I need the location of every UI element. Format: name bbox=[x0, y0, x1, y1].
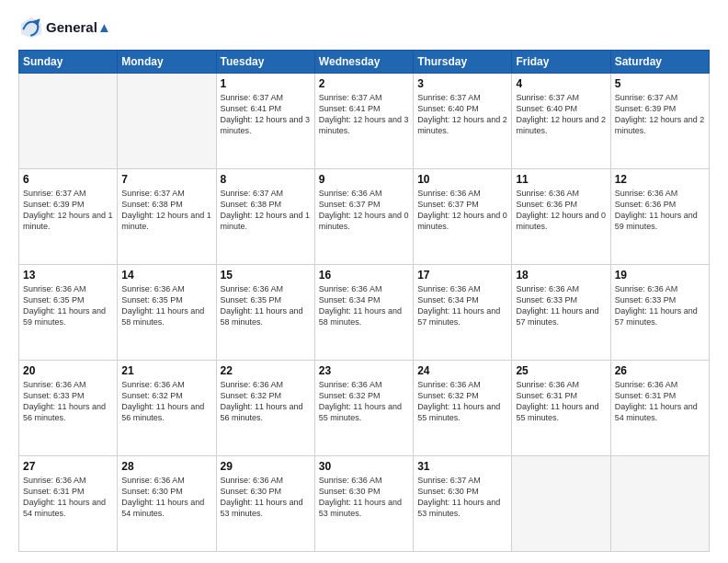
calendar-week-row: 27 Sunrise: 6:36 AM Sunset: 6:31 PM Dayl… bbox=[19, 456, 710, 552]
day-number: 21 bbox=[121, 364, 211, 377]
day-number: 3 bbox=[417, 77, 507, 90]
calendar-cell: 22 Sunrise: 6:36 AM Sunset: 6:32 PM Dayl… bbox=[216, 361, 314, 456]
cell-info: Sunrise: 6:36 AM Sunset: 6:32 PM Dayligh… bbox=[221, 379, 311, 424]
day-number: 18 bbox=[516, 269, 606, 282]
calendar-day-header: Saturday bbox=[610, 51, 709, 74]
calendar-cell: 28 Sunrise: 6:36 AM Sunset: 6:30 PM Dayl… bbox=[118, 456, 216, 552]
cell-info: Sunrise: 6:36 AM Sunset: 6:32 PM Dayligh… bbox=[121, 379, 211, 424]
calendar-cell bbox=[512, 456, 610, 552]
calendar-cell: 3 Sunrise: 6:37 AM Sunset: 6:40 PM Dayli… bbox=[414, 74, 512, 169]
cell-info: Sunrise: 6:36 AM Sunset: 6:37 PM Dayligh… bbox=[417, 188, 507, 233]
calendar-cell bbox=[610, 456, 709, 552]
calendar-day-header: Wednesday bbox=[314, 51, 413, 74]
calendar-cell: 4 Sunrise: 6:37 AM Sunset: 6:40 PM Dayli… bbox=[512, 74, 610, 169]
calendar-day-header: Monday bbox=[118, 51, 216, 74]
cell-info: Sunrise: 6:36 AM Sunset: 6:35 PM Dayligh… bbox=[23, 283, 113, 328]
calendar-cell: 2 Sunrise: 6:37 AM Sunset: 6:41 PM Dayli… bbox=[314, 74, 413, 169]
day-number: 22 bbox=[221, 364, 311, 377]
cell-info: Sunrise: 6:36 AM Sunset: 6:33 PM Dayligh… bbox=[23, 379, 113, 424]
day-number: 29 bbox=[221, 460, 311, 473]
cell-info: Sunrise: 6:36 AM Sunset: 6:35 PM Dayligh… bbox=[121, 283, 211, 328]
cell-info: Sunrise: 6:37 AM Sunset: 6:38 PM Dayligh… bbox=[221, 188, 311, 233]
day-number: 23 bbox=[319, 364, 409, 377]
calendar-cell bbox=[118, 74, 216, 169]
cell-info: Sunrise: 6:36 AM Sunset: 6:34 PM Dayligh… bbox=[319, 283, 409, 328]
calendar-cell: 8 Sunrise: 6:37 AM Sunset: 6:38 PM Dayli… bbox=[216, 169, 314, 265]
day-number: 2 bbox=[319, 77, 409, 90]
cell-info: Sunrise: 6:36 AM Sunset: 6:31 PM Dayligh… bbox=[23, 475, 113, 520]
calendar-cell: 7 Sunrise: 6:37 AM Sunset: 6:38 PM Dayli… bbox=[118, 169, 216, 265]
cell-info: Sunrise: 6:36 AM Sunset: 6:31 PM Dayligh… bbox=[516, 379, 606, 424]
calendar-week-row: 6 Sunrise: 6:37 AM Sunset: 6:39 PM Dayli… bbox=[19, 169, 710, 265]
calendar-cell: 1 Sunrise: 6:37 AM Sunset: 6:41 PM Dayli… bbox=[216, 74, 314, 169]
calendar-cell: 10 Sunrise: 6:36 AM Sunset: 6:37 PM Dayl… bbox=[414, 169, 512, 265]
cell-info: Sunrise: 6:37 AM Sunset: 6:30 PM Dayligh… bbox=[417, 475, 507, 520]
calendar-cell: 11 Sunrise: 6:36 AM Sunset: 6:36 PM Dayl… bbox=[512, 169, 610, 265]
day-number: 14 bbox=[121, 269, 211, 282]
cell-info: Sunrise: 6:37 AM Sunset: 6:41 PM Dayligh… bbox=[221, 92, 311, 137]
calendar-cell: 17 Sunrise: 6:36 AM Sunset: 6:34 PM Dayl… bbox=[414, 265, 512, 361]
cell-info: Sunrise: 6:37 AM Sunset: 6:40 PM Dayligh… bbox=[516, 92, 606, 137]
cell-info: Sunrise: 6:36 AM Sunset: 6:34 PM Dayligh… bbox=[417, 283, 507, 328]
cell-info: Sunrise: 6:37 AM Sunset: 6:39 PM Dayligh… bbox=[615, 92, 705, 137]
calendar-cell: 20 Sunrise: 6:36 AM Sunset: 6:33 PM Dayl… bbox=[19, 361, 118, 456]
calendar-table: SundayMondayTuesdayWednesdayThursdayFrid… bbox=[18, 50, 710, 552]
calendar-cell: 21 Sunrise: 6:36 AM Sunset: 6:32 PM Dayl… bbox=[118, 361, 216, 456]
day-number: 1 bbox=[221, 77, 311, 90]
day-number: 6 bbox=[23, 173, 113, 186]
calendar-cell: 18 Sunrise: 6:36 AM Sunset: 6:33 PM Dayl… bbox=[512, 265, 610, 361]
cell-info: Sunrise: 6:36 AM Sunset: 6:36 PM Dayligh… bbox=[516, 188, 606, 233]
day-number: 26 bbox=[615, 364, 705, 377]
day-number: 24 bbox=[417, 364, 507, 377]
calendar-cell: 30 Sunrise: 6:36 AM Sunset: 6:30 PM Dayl… bbox=[314, 456, 413, 552]
calendar-cell: 14 Sunrise: 6:36 AM Sunset: 6:35 PM Dayl… bbox=[118, 265, 216, 361]
calendar-cell: 29 Sunrise: 6:36 AM Sunset: 6:30 PM Dayl… bbox=[216, 456, 314, 552]
cell-info: Sunrise: 6:36 AM Sunset: 6:36 PM Dayligh… bbox=[615, 188, 705, 233]
calendar-day-header: Sunday bbox=[19, 51, 118, 74]
page: General▲ SundayMondayTuesdayWednesdayThu… bbox=[0, 0, 728, 563]
calendar-cell: 9 Sunrise: 6:36 AM Sunset: 6:37 PM Dayli… bbox=[314, 169, 413, 265]
day-number: 11 bbox=[516, 173, 606, 186]
logo-text: General▲ bbox=[46, 19, 111, 35]
day-number: 5 bbox=[615, 77, 705, 90]
calendar-cell bbox=[19, 74, 118, 169]
cell-info: Sunrise: 6:36 AM Sunset: 6:30 PM Dayligh… bbox=[221, 475, 311, 520]
day-number: 7 bbox=[121, 173, 211, 186]
cell-info: Sunrise: 6:37 AM Sunset: 6:38 PM Dayligh… bbox=[121, 188, 211, 233]
day-number: 20 bbox=[23, 364, 113, 377]
cell-info: Sunrise: 6:36 AM Sunset: 6:32 PM Dayligh… bbox=[319, 379, 409, 424]
calendar-cell: 31 Sunrise: 6:37 AM Sunset: 6:30 PM Dayl… bbox=[414, 456, 512, 552]
cell-info: Sunrise: 6:36 AM Sunset: 6:30 PM Dayligh… bbox=[121, 475, 211, 520]
day-number: 13 bbox=[23, 269, 113, 282]
day-number: 9 bbox=[319, 173, 409, 186]
day-number: 15 bbox=[221, 269, 311, 282]
day-number: 31 bbox=[417, 460, 507, 473]
day-number: 10 bbox=[417, 173, 507, 186]
day-number: 30 bbox=[319, 460, 409, 473]
cell-info: Sunrise: 6:36 AM Sunset: 6:33 PM Dayligh… bbox=[615, 283, 705, 328]
cell-info: Sunrise: 6:37 AM Sunset: 6:40 PM Dayligh… bbox=[417, 92, 507, 137]
day-number: 17 bbox=[417, 269, 507, 282]
cell-info: Sunrise: 6:37 AM Sunset: 6:41 PM Dayligh… bbox=[319, 92, 409, 137]
calendar-week-row: 20 Sunrise: 6:36 AM Sunset: 6:33 PM Dayl… bbox=[19, 361, 710, 456]
header: General▲ bbox=[18, 15, 710, 40]
cell-info: Sunrise: 6:36 AM Sunset: 6:32 PM Dayligh… bbox=[417, 379, 507, 424]
calendar-day-header: Thursday bbox=[414, 51, 512, 74]
day-number: 25 bbox=[516, 364, 606, 377]
day-number: 27 bbox=[23, 460, 113, 473]
day-number: 19 bbox=[615, 269, 705, 282]
calendar-header-row: SundayMondayTuesdayWednesdayThursdayFrid… bbox=[19, 51, 710, 74]
calendar-cell: 5 Sunrise: 6:37 AM Sunset: 6:39 PM Dayli… bbox=[610, 74, 709, 169]
calendar-cell: 12 Sunrise: 6:36 AM Sunset: 6:36 PM Dayl… bbox=[610, 169, 709, 265]
calendar-cell: 19 Sunrise: 6:36 AM Sunset: 6:33 PM Dayl… bbox=[610, 265, 709, 361]
calendar-cell: 24 Sunrise: 6:36 AM Sunset: 6:32 PM Dayl… bbox=[414, 361, 512, 456]
calendar-day-header: Tuesday bbox=[216, 51, 314, 74]
logo-icon bbox=[18, 15, 44, 40]
calendar-cell: 13 Sunrise: 6:36 AM Sunset: 6:35 PM Dayl… bbox=[19, 265, 118, 361]
calendar-day-header: Friday bbox=[512, 51, 610, 74]
cell-info: Sunrise: 6:36 AM Sunset: 6:31 PM Dayligh… bbox=[615, 379, 705, 424]
calendar-cell: 25 Sunrise: 6:36 AM Sunset: 6:31 PM Dayl… bbox=[512, 361, 610, 456]
day-number: 4 bbox=[516, 77, 606, 90]
cell-info: Sunrise: 6:37 AM Sunset: 6:39 PM Dayligh… bbox=[23, 188, 113, 233]
calendar-cell: 27 Sunrise: 6:36 AM Sunset: 6:31 PM Dayl… bbox=[19, 456, 118, 552]
